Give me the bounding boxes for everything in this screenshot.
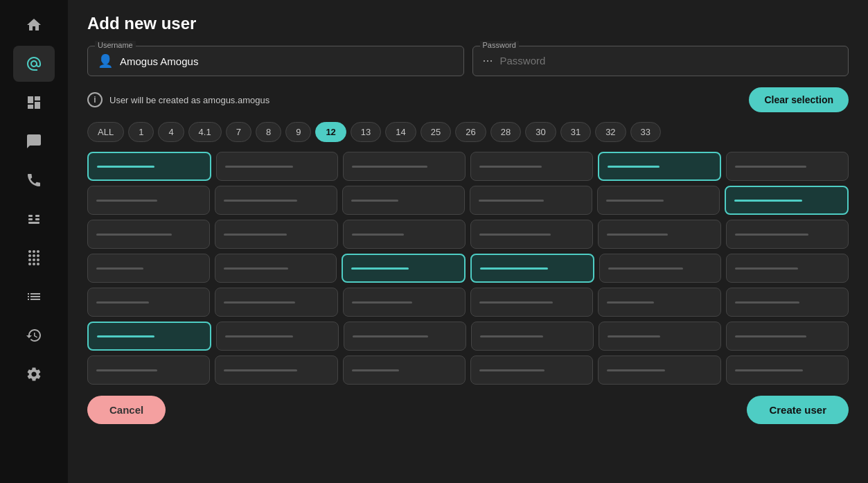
username-label: Username (95, 41, 136, 49)
chip-line (96, 301, 149, 304)
item-chip[interactable] (470, 355, 593, 385)
item-chip[interactable] (598, 220, 720, 249)
item-chip[interactable] (343, 220, 466, 249)
password-label: Password (480, 41, 519, 49)
sidebar-item-home[interactable] (13, 7, 55, 43)
svg-rect-3 (35, 218, 39, 220)
item-chip[interactable] (87, 288, 210, 317)
item-chip[interactable] (343, 355, 466, 385)
password-field-group: Password ··· (472, 46, 849, 76)
sidebar-item-dashboard[interactable] (13, 85, 55, 121)
clear-selection-button[interactable]: Clear selection (749, 87, 849, 112)
sidebar-item-sip[interactable] (13, 201, 55, 237)
items-grid (87, 152, 849, 385)
item-chip[interactable] (598, 355, 720, 385)
form-row: Username 👤 Password ··· (87, 46, 849, 76)
password-inner: ··· (483, 51, 839, 68)
item-chip[interactable] (597, 186, 720, 215)
cancel-button[interactable]: Cancel (87, 396, 166, 424)
item-chip[interactable] (726, 152, 849, 181)
item-chip[interactable] (726, 254, 849, 283)
filter-tab-7[interactable]: 7 (226, 122, 251, 142)
chip-line (352, 301, 413, 304)
chip-line (479, 369, 544, 371)
item-chip[interactable] (470, 152, 593, 181)
chip-line (224, 301, 295, 304)
item-chip[interactable] (87, 322, 211, 351)
filter-tab-32[interactable]: 32 (595, 122, 626, 142)
sidebar-item-history[interactable] (13, 317, 55, 353)
item-chip[interactable] (343, 152, 466, 181)
username-inner: 👤 (98, 51, 454, 69)
sidebar-item-chat[interactable] (13, 123, 55, 159)
item-chip[interactable] (215, 288, 337, 317)
item-chip[interactable] (726, 220, 849, 249)
item-chip[interactable] (215, 220, 337, 249)
item-chip[interactable] (599, 254, 722, 283)
filter-tab-14[interactable]: 14 (385, 122, 416, 142)
chip-line (352, 369, 399, 371)
filter-tab-1[interactable]: 1 (128, 122, 154, 142)
filter-tab-30[interactable]: 30 (525, 122, 556, 142)
item-chip[interactable] (215, 254, 337, 283)
item-chip[interactable] (216, 152, 339, 181)
filter-tab-25[interactable]: 25 (420, 122, 451, 142)
item-chip[interactable] (470, 186, 592, 215)
filter-tab-33[interactable]: 33 (630, 122, 661, 142)
item-chip[interactable] (344, 322, 466, 351)
filter-tab-26[interactable]: 26 (455, 122, 486, 142)
item-chip[interactable] (470, 288, 593, 317)
chip-line (96, 267, 143, 270)
item-chip[interactable] (726, 322, 849, 351)
item-chip[interactable] (87, 152, 211, 181)
item-chip[interactable] (342, 186, 465, 215)
filter-tab-28[interactable]: 28 (490, 122, 521, 142)
chip-line (608, 166, 659, 168)
item-chip[interactable] (87, 186, 210, 215)
filter-tab-4[interactable]: 4 (158, 122, 184, 142)
filter-tab-13[interactable]: 13 (351, 122, 381, 142)
chip-line (735, 369, 803, 371)
sidebar-item-phone[interactable] (13, 162, 55, 198)
item-chip[interactable] (87, 254, 210, 283)
item-chip[interactable] (598, 152, 722, 181)
item-chip[interactable] (725, 186, 849, 215)
item-chip[interactable] (343, 288, 466, 317)
chip-line (480, 335, 543, 337)
sidebar-item-list[interactable] (13, 279, 55, 315)
item-chip[interactable] (726, 288, 849, 317)
chip-line (735, 301, 800, 304)
password-input[interactable] (500, 55, 838, 67)
sidebar-item-dialpad[interactable] (13, 240, 55, 276)
item-chip[interactable] (471, 322, 594, 351)
item-chip[interactable] (87, 355, 210, 385)
username-field-group: Username 👤 (87, 46, 464, 76)
info-left: i User will be created as amogus.amogus (87, 92, 269, 107)
sidebar-item-settings[interactable] (13, 356, 55, 392)
chip-line (97, 166, 154, 168)
item-chip[interactable] (216, 322, 339, 351)
chip-line (735, 234, 808, 236)
item-chip[interactable] (598, 288, 720, 317)
sidebar-item-at[interactable] (13, 46, 55, 82)
item-chip[interactable] (599, 322, 721, 351)
filter-tab-31[interactable]: 31 (560, 122, 591, 142)
item-chip[interactable] (215, 186, 337, 215)
filter-tab-9[interactable]: 9 (285, 122, 311, 142)
item-chip[interactable] (87, 220, 210, 249)
items-row (87, 322, 849, 351)
item-chip[interactable] (726, 355, 849, 385)
filter-tab-all[interactable]: ALL (87, 122, 124, 142)
filter-tab-12[interactable]: 12 (315, 122, 346, 142)
username-input[interactable] (120, 55, 454, 67)
chip-line (735, 166, 806, 168)
create-user-button[interactable]: Create user (747, 396, 849, 424)
chip-line (606, 200, 664, 202)
item-chip[interactable] (470, 220, 593, 249)
filter-tab-8[interactable]: 8 (256, 122, 281, 142)
item-chip[interactable] (342, 254, 466, 283)
filter-tab-4.1[interactable]: 4.1 (188, 122, 222, 142)
item-chip[interactable] (470, 254, 594, 283)
item-chip[interactable] (215, 355, 337, 385)
chip-line (607, 369, 664, 371)
